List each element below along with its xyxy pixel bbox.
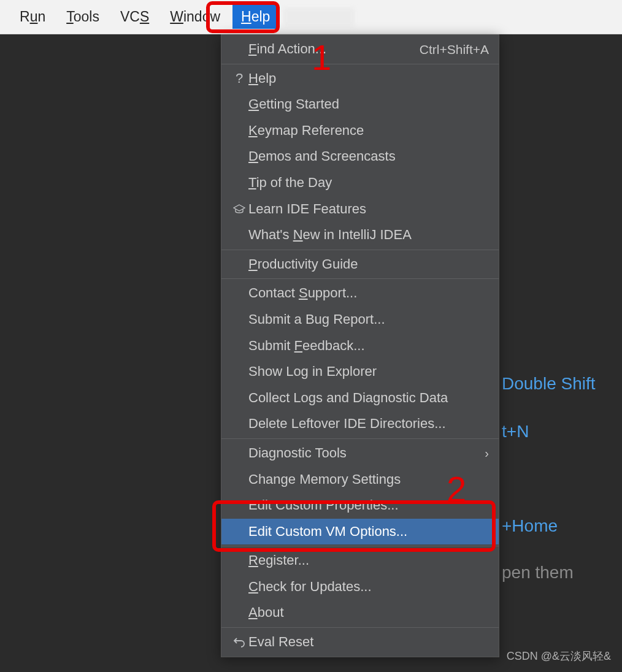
menu-run[interactable]: Run xyxy=(11,5,54,29)
menuitem-22[interactable]: Edit Custom VM Options... xyxy=(221,519,499,545)
hint-home: +Home xyxy=(502,516,558,536)
menuitem-0[interactable]: Find Action...Ctrl+Shift+A xyxy=(221,36,499,63)
text: n xyxy=(37,9,45,25)
menuitem-label: Learn IDE Features xyxy=(248,200,489,218)
menu-vcs[interactable]: VCS xyxy=(112,5,158,29)
menu-separator xyxy=(221,64,499,64)
text: VC xyxy=(120,9,140,25)
menuitem-label: What's New in IntelliJ IDEA xyxy=(248,226,489,244)
menuitem-28[interactable]: Eval Reset xyxy=(221,629,499,655)
menuitem-3[interactable]: Getting Started xyxy=(221,91,499,118)
hint-open-them: pen them xyxy=(502,563,574,582)
text: S xyxy=(140,9,149,25)
menuitem-10[interactable]: Productivity Guide xyxy=(221,251,499,278)
text: H xyxy=(241,9,251,25)
menuitem-14[interactable]: Submit Feedback... xyxy=(221,333,499,359)
menu-separator xyxy=(221,278,499,279)
menuitem-25[interactable]: Check for Updates... xyxy=(221,574,499,600)
menuitem-21[interactable]: Edit Custom Properties... xyxy=(221,492,499,519)
menuitem-19[interactable]: Diagnostic Tools› xyxy=(221,440,499,467)
menuitem-label: Find Action... xyxy=(248,40,420,58)
menuitem-label: Contact Support... xyxy=(248,284,489,302)
menuitem-label: Tip of the Day xyxy=(248,174,489,192)
blur-patch xyxy=(283,7,355,27)
menuitem-label: Check for Updates... xyxy=(248,578,489,596)
help-dropdown: Find Action...Ctrl+Shift+A?HelpGetting S… xyxy=(221,34,499,657)
menuitem-26[interactable]: About xyxy=(221,600,499,626)
menuitem-7[interactable]: Learn IDE Features xyxy=(221,196,499,223)
menuitem-15[interactable]: Show Log in Explorer xyxy=(221,359,499,385)
menuitem-label: Getting Started xyxy=(248,96,489,113)
menu-separator xyxy=(221,546,499,546)
menu-separator xyxy=(221,627,499,628)
menuitem-label: Collect Logs and Diagnostic Data xyxy=(248,389,489,407)
undo-icon xyxy=(230,636,248,647)
menuitem-label: Edit Custom Properties... xyxy=(248,497,489,514)
hint-t-n: t+N xyxy=(502,422,529,441)
menuitem-8[interactable]: What's New in IntelliJ IDEA xyxy=(221,222,499,248)
menuitem-2[interactable]: ?Help xyxy=(221,66,499,92)
menuitem-label: Help xyxy=(248,70,489,88)
menuitem-4[interactable]: Keymap Reference xyxy=(221,118,499,144)
menuitem-6[interactable]: Tip of the Day xyxy=(221,170,499,196)
menuitem-label: Change Memory Settings xyxy=(248,471,489,489)
menu-separator xyxy=(221,250,499,250)
menuitem-label: Keymap Reference xyxy=(248,122,489,140)
menuitem-shortcut: Ctrl+Shift+A xyxy=(420,41,489,58)
menuitem-12[interactable]: Contact Support... xyxy=(221,280,499,307)
menuitem-label: Submit Feedback... xyxy=(248,337,489,355)
menuitem-label: Edit Custom VM Options... xyxy=(248,523,489,541)
menu-window[interactable]: Window xyxy=(161,5,229,29)
menuitem-20[interactable]: Change Memory Settings xyxy=(221,467,499,493)
text: u xyxy=(30,9,38,25)
chevron-right-icon: › xyxy=(485,445,489,461)
menuitem-label: Show Log in Explorer xyxy=(248,363,489,381)
menuitem-label: About xyxy=(248,604,489,622)
menuitem-label: Eval Reset xyxy=(248,633,489,651)
text: T xyxy=(66,9,74,25)
menuitem-24[interactable]: Register... xyxy=(221,548,499,574)
menuitem-label: Register... xyxy=(248,552,489,570)
menuitem-label: Delete Leftover IDE Directories... xyxy=(248,415,489,433)
menu-help[interactable]: Help xyxy=(232,5,278,29)
menuitem-16[interactable]: Collect Logs and Diagnostic Data xyxy=(221,385,499,411)
menu-separator xyxy=(221,438,499,439)
text: elp xyxy=(251,9,271,25)
menuitem-5[interactable]: Demos and Screencasts xyxy=(221,143,499,170)
watermark: CSDN @&云淡风轻& xyxy=(507,649,611,663)
text: ools xyxy=(74,9,99,25)
grad-icon xyxy=(230,204,248,214)
menuitem-label: Productivity Guide xyxy=(248,256,489,273)
text: R xyxy=(20,9,30,25)
text: indow xyxy=(183,9,220,25)
menu-tools[interactable]: Tools xyxy=(58,5,108,29)
hint-double-shift: Double Shift xyxy=(502,374,596,394)
menuitem-label: Diagnostic Tools xyxy=(248,445,485,462)
text: W xyxy=(170,9,183,25)
menuitem-13[interactable]: Submit a Bug Report... xyxy=(221,307,499,333)
menuitem-17[interactable]: Delete Leftover IDE Directories... xyxy=(221,411,499,437)
menuitem-label: Submit a Bug Report... xyxy=(248,311,489,329)
menuitem-label: Demos and Screencasts xyxy=(248,148,489,166)
?-icon: ? xyxy=(230,70,248,88)
